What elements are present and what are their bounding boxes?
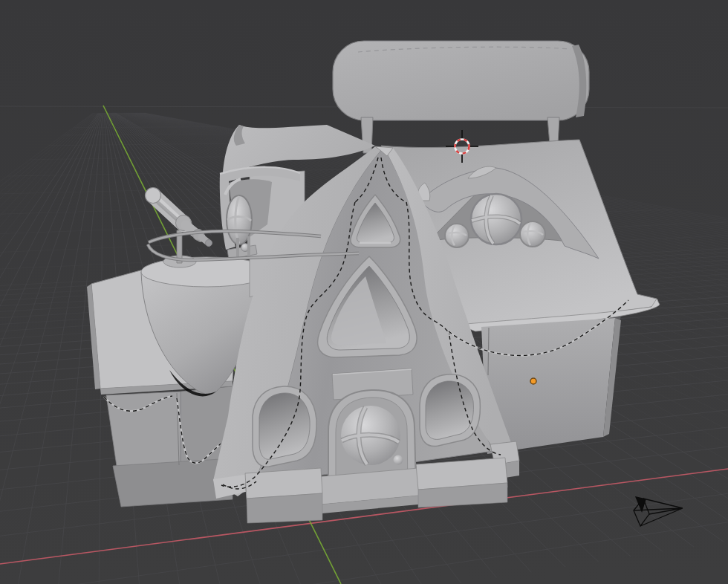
telescope-endcap xyxy=(146,188,161,204)
step-left-front xyxy=(247,493,322,523)
viewport-canvas[interactable] xyxy=(0,0,728,584)
sign-post-right xyxy=(547,117,559,144)
rail-post xyxy=(247,236,250,259)
door-knob xyxy=(394,455,403,465)
front-window-right xyxy=(420,374,480,447)
telescope-eyepiece xyxy=(206,240,212,247)
left-lower-walls xyxy=(106,386,233,507)
3d-viewport[interactable] xyxy=(0,0,728,584)
object-origin-dot[interactable] xyxy=(530,378,536,384)
front-window-left xyxy=(253,386,316,467)
